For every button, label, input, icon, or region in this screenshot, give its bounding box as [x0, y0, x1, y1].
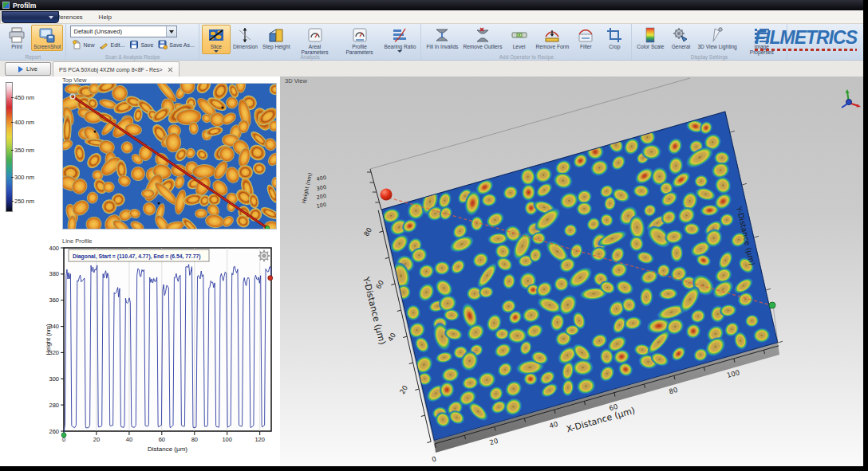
level-button[interactable]: Level [505, 25, 534, 51]
dimension-button[interactable]: Dimension [231, 25, 260, 51]
save-button[interactable]: Save [128, 39, 155, 50]
screenshot-button[interactable]: ScreenShot [31, 25, 63, 51]
application-menu-button[interactable] [2, 11, 59, 23]
surface-pillar [503, 273, 516, 290]
surface-blob [205, 124, 224, 137]
orientation-gizmo-icon[interactable] [837, 86, 861, 116]
surface-pillar [529, 247, 542, 262]
close-icon[interactable] [168, 67, 173, 73]
live-button[interactable]: Live [5, 62, 51, 76]
tab-help[interactable]: Help [91, 12, 120, 23]
recipe-combo-value: Default (Unsaved) [71, 28, 166, 35]
z-axis-tick-label: 300 [316, 184, 327, 192]
new-page-icon [72, 40, 81, 49]
button-label: Color Scale [637, 44, 664, 49]
surface-pillar [550, 169, 576, 192]
filter-button[interactable]: Filter [571, 25, 600, 51]
color-scale-label: 400 nm [14, 119, 34, 126]
line-profile-chart[interactable]: 020406080100120400380360340320300280260D… [44, 242, 278, 462]
surface-blob [194, 83, 213, 96]
top-view-image[interactable] [62, 83, 277, 230]
z-axis-tick-label: 400 [316, 175, 327, 183]
surface-blob [226, 201, 235, 212]
y-axis-tick-label: 400 [49, 245, 59, 252]
surface-pillar [597, 363, 617, 383]
step-height-button[interactable]: Step Height [260, 25, 292, 51]
surface-pillar [404, 303, 422, 323]
surface-pillar [681, 221, 702, 237]
window-title: Profilm [13, 2, 36, 10]
filmetrics-logo: FILMETRICS [721, 27, 857, 51]
remove-outliers-button[interactable]: Remove Outliers [460, 25, 504, 51]
x-axis-title: X-Distance (µm) [565, 406, 636, 435]
surface-pillar [609, 260, 630, 281]
profile-annotation: Diagonal, Start = (110.47, 4.77), End = … [73, 253, 201, 260]
y-axis-tick-label: 260 [49, 428, 59, 435]
edit--button[interactable]: Edit... [97, 39, 126, 50]
slice-button[interactable]: Slice [202, 25, 231, 54]
3d-surface[interactable] [381, 112, 778, 441]
surface-pillar [570, 358, 595, 376]
surface-pillar [658, 288, 679, 300]
main-content: 450 nm 400 nm 350 nm 300 nm 250 nm Top V… [0, 77, 863, 466]
x-axis-tick-label: 20 [93, 436, 100, 443]
bearing-ratio-icon [391, 26, 408, 44]
surface-blob [195, 147, 210, 163]
general-button[interactable]: General [666, 25, 695, 51]
chart-settings-gear-icon[interactable] [258, 250, 270, 261]
remove-form-button[interactable]: Remove Form [534, 25, 572, 51]
profile-parameters-icon [351, 26, 369, 44]
color-scale-label: 350 nm [14, 147, 34, 154]
surface-pillar [564, 324, 579, 337]
3d-view-title: 3D View [285, 77, 307, 84]
y-axis-tick-label: 280 [49, 402, 59, 409]
surface-blob [270, 84, 277, 96]
surface-pillar [609, 153, 629, 172]
x-axis-tick-label: 100 [726, 368, 740, 379]
button-label: Edit... [110, 42, 124, 48]
surface-pillar [704, 229, 723, 248]
ribbon-group-label: Scan & Analysis Recipe [66, 54, 198, 60]
surface-pillar [588, 157, 610, 179]
areal-parameters-icon [306, 26, 324, 44]
z-axis-tick-label: 100 [316, 202, 327, 210]
view-3d-panel[interactable]: 3D View 02040608010020406080400300200100… [280, 77, 863, 466]
z-axis-tick-label: 200 [316, 193, 327, 201]
surface-pillar [461, 376, 479, 391]
surface-blob [124, 123, 143, 137]
crop-button[interactable]: Crop [600, 25, 629, 51]
new-button[interactable]: New [70, 39, 96, 50]
y-axis-tick-label: 60 [374, 279, 385, 290]
fill-in-invalids-button[interactable]: Fill In Invalids [424, 25, 460, 51]
recipe-combo-box[interactable]: Default (Unsaved) [70, 26, 177, 37]
printer-icon [8, 26, 26, 44]
bearing-ratio-button[interactable]: Bearing Ratio [382, 25, 419, 54]
profile-parameters-button[interactable]: Profile Parameters [337, 25, 382, 57]
button-label: ScreenShot [34, 44, 61, 49]
surface-pillar [670, 242, 685, 263]
areal-parameters-button[interactable]: Areal Parameters [293, 25, 337, 57]
button-label: Print [11, 44, 22, 49]
color-scale-button[interactable]: Color Scale [634, 25, 666, 51]
level-icon [511, 26, 528, 44]
live-button-label: Live [26, 65, 37, 73]
surface-pillar [503, 379, 523, 398]
surface-pillar [503, 398, 523, 416]
surface-pillar [561, 221, 580, 239]
y-axis-tick-label: 20 [398, 384, 409, 395]
surface-pillar [488, 386, 504, 401]
surface-pillar [642, 202, 657, 218]
y-axis-tick-label: 360 [49, 296, 59, 304]
save-as--button[interactable]: Save As... [156, 39, 196, 50]
y-axis-title: Height (nm) [45, 324, 52, 355]
surface-blob [188, 122, 199, 135]
document-tab[interactable]: PS PCA 50Xobj 4XZM comp 8<8F - Res> [53, 61, 180, 77]
surface-blob [85, 215, 103, 230]
print-button[interactable]: Print [2, 25, 31, 51]
color-scale-bar [6, 82, 13, 212]
button-label: Bearing Ratio [385, 44, 416, 49]
surface-pillar [438, 206, 453, 220]
ribbon-group-scan-analysis-recipe: Default (Unsaved)NewEdit...SaveSave As..… [66, 24, 199, 60]
x-axis-tick-label: 20 [488, 437, 499, 447]
surface-pillar [448, 257, 468, 277]
